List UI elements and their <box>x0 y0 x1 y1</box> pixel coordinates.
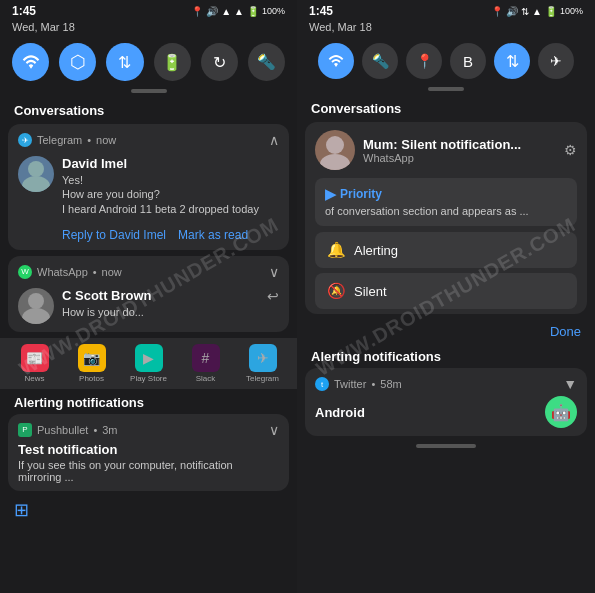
rotate-toggle[interactable]: ↻ <box>201 43 238 81</box>
slack-icon: # <box>192 344 220 372</box>
twitter-app-label: t Twitter • 58m <box>315 377 402 391</box>
battery-saver-toggle[interactable]: 🔋 <box>154 43 191 81</box>
airplane-toggle-right[interactable]: ✈ <box>538 43 574 79</box>
quick-settings-right: 🔦 📍 B ⇅ ✈ <box>297 37 595 85</box>
pb-text: If you see this on your computer, notifi… <box>18 459 279 483</box>
scott-avatar <box>18 288 54 324</box>
twitter-chevron-icon[interactable]: ▼ <box>563 376 577 392</box>
pb-expand-icon[interactable]: ∨ <box>269 422 279 438</box>
dock-news-label: News <box>24 374 44 383</box>
mum-notification[interactable]: Mum: Silent notification... WhatsApp ⚙ ▶… <box>305 122 587 314</box>
telegram-sender: David Imel <box>62 156 279 171</box>
dock-photos[interactable]: 📷 Photos <box>65 344 118 383</box>
pb-app-name: Pushbullet <box>37 424 88 436</box>
playstore-icon: ▶ <box>135 344 163 372</box>
pill-divider-right <box>428 87 464 91</box>
whatsapp-text: How is your do... <box>62 305 259 319</box>
david-avatar <box>18 156 54 192</box>
whatsapp-dot: • <box>93 266 97 278</box>
pb-time: 3m <box>102 424 117 436</box>
alerting-label: Alerting <box>354 243 398 258</box>
bluetooth-toggle-right[interactable]: B <box>450 43 486 79</box>
telegram-notif-header: ✈ Telegram • now ∧ <box>8 124 289 152</box>
telegram-notification[interactable]: ✈ Telegram • now ∧ David Imel Yes! How a… <box>8 124 289 250</box>
flashlight-toggle[interactable]: 🔦 <box>248 43 285 81</box>
twitter-title: Android <box>315 405 365 420</box>
bottom-dock: 📰 News 📷 Photos ▶ Play Store # Slack ✈ T… <box>0 338 297 389</box>
status-icons-right: 📍 🔊 ⇅ ▲ 🔋 100% <box>491 6 583 17</box>
silent-label: Silent <box>354 284 387 299</box>
left-panel: 1:45 📍 🔊 ▲ ▲ 🔋 100% Wed, Mar 18 ⬡ ⇅ 🔋 ↻ … <box>0 0 297 593</box>
priority-box: ▶ Priority of conversation section and a… <box>315 178 577 226</box>
silent-option[interactable]: 🔕 Silent <box>315 273 577 309</box>
location-icon: 📍 <box>191 6 203 17</box>
twitter-dot: • <box>371 378 375 390</box>
svg-point-0 <box>28 161 44 177</box>
location-toggle-right[interactable]: 📍 <box>406 43 442 79</box>
dock-telegram-label: Telegram <box>246 374 279 383</box>
pushbullet-icon: P <box>18 423 32 437</box>
mark-as-read-button[interactable]: Mark as read <box>178 228 248 242</box>
silent-bell-icon: 🔕 <box>327 282 346 300</box>
battery-icon-right: 🔋 <box>545 6 557 17</box>
twitter-icon: t <box>315 377 329 391</box>
telegram-line3: I heard Android 11 beta 2 dropped today <box>62 202 279 216</box>
whatsapp-notification[interactable]: W WhatsApp • now ∨ C Scott Brown How is … <box>8 256 289 332</box>
reply-icon: ↩ <box>267 288 279 304</box>
twitter-notification[interactable]: t Twitter • 58m ▼ Android 🤖 <box>305 368 587 436</box>
dock-news[interactable]: 📰 News <box>8 344 61 383</box>
twitter-body: Android 🤖 <box>315 396 577 428</box>
loc-icon-right: 📍 <box>491 6 503 17</box>
photos-icon: 📷 <box>78 344 106 372</box>
alerting-header-right: Alerting notifications <box>297 345 595 368</box>
data-icon-right: ⇅ <box>521 6 529 17</box>
data-toggle[interactable]: ⇅ <box>106 43 143 81</box>
whatsapp-icon: W <box>18 265 32 279</box>
date-right: Wed, Mar 18 <box>297 20 595 37</box>
bluetooth-toggle[interactable]: ⬡ <box>59 43 96 81</box>
whatsapp-app-name: WhatsApp <box>37 266 88 278</box>
whatsapp-time: now <box>102 266 122 278</box>
priority-arrow-icon: ▶ <box>325 186 336 202</box>
wifi-toggle-right[interactable] <box>318 43 354 79</box>
telegram-app-name: Telegram <box>37 134 82 146</box>
telegram-time: now <box>96 134 116 146</box>
twitter-time: 58m <box>380 378 401 390</box>
date-left: Wed, Mar 18 <box>0 20 297 37</box>
telegram-expand-icon[interactable]: ∧ <box>269 132 279 148</box>
battery-pct-left: 100% <box>262 6 285 16</box>
mum-name: Mum: Silent notification... <box>363 137 556 152</box>
android-avatar: 🤖 <box>545 396 577 428</box>
gear-icon[interactable]: ⚙ <box>564 142 577 158</box>
wifi-toggle[interactable] <box>12 43 49 81</box>
status-bar-right: 1:45 📍 🔊 ⇅ ▲ 🔋 100% <box>297 0 595 20</box>
whatsapp-sender: C Scott Brown <box>62 288 259 303</box>
reply-david-button[interactable]: Reply to David Imel <box>62 228 166 242</box>
footer-icon-left: ⊞ <box>0 495 297 525</box>
news-icon: 📰 <box>21 344 49 372</box>
conversations-header-left: Conversations <box>0 99 297 124</box>
pushbullet-notification[interactable]: P Pushbullet • 3m ∨ Test notification If… <box>8 414 289 491</box>
wifi-signal-icon: ▲ <box>234 6 244 17</box>
mum-avatar <box>315 130 355 170</box>
dock-telegram[interactable]: ✈ Telegram <box>236 344 289 383</box>
wifi-icon-right: ▲ <box>532 6 542 17</box>
dock-playstore[interactable]: ▶ Play Store <box>122 344 175 383</box>
alert-bell-icon: 🔔 <box>327 241 346 259</box>
status-bar-left: 1:45 📍 🔊 ▲ ▲ 🔋 100% <box>0 0 297 20</box>
dock-slack[interactable]: # Slack <box>179 344 232 383</box>
alerting-option[interactable]: 🔔 Alerting <box>315 232 577 268</box>
whatsapp-expand-icon[interactable]: ∨ <box>269 264 279 280</box>
telegram-app-label: ✈ Telegram • now <box>18 133 116 147</box>
twitter-header: t Twitter • 58m ▼ <box>315 376 577 392</box>
data-toggle-right[interactable]: ⇅ <box>494 43 530 79</box>
quick-settings-left: ⬡ ⇅ 🔋 ↻ 🔦 <box>0 37 297 87</box>
time-right: 1:45 <box>309 4 333 18</box>
signal-icon: ▲ <box>221 6 231 17</box>
twitter-app-name: Twitter <box>334 378 366 390</box>
whatsapp-content: C Scott Brown How is your do... <box>62 288 259 319</box>
flashlight-toggle-right[interactable]: 🔦 <box>362 43 398 79</box>
done-button[interactable]: Done <box>297 320 595 345</box>
telegram-dock-icon: ✈ <box>249 344 277 372</box>
svg-point-4 <box>326 136 344 154</box>
